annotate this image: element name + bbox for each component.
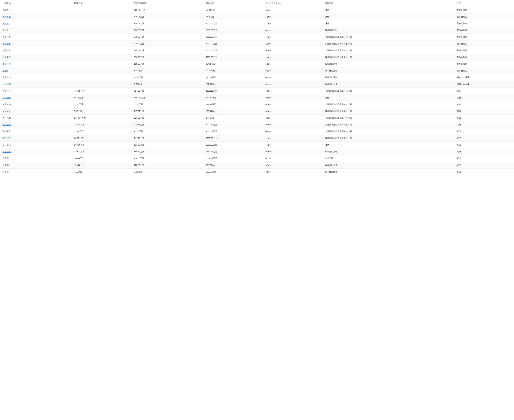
- stock-name-cell[interactable]: 蜂助手: [0, 27, 72, 34]
- pct-cell: 0.76%: [263, 162, 323, 169]
- purpose-cell: 股权激励注销: [323, 81, 454, 88]
- purpose-cell: 实施股权激励或员工持股计划: [323, 128, 454, 135]
- purpose-cell: 实施股权激励或员工持股计划: [323, 135, 454, 142]
- stock-name-cell[interactable]: 英方软件: [0, 135, 72, 142]
- pct-cell: 5.46%: [263, 7, 323, 14]
- pct-cell: 0.95%: [263, 27, 323, 34]
- purpose-cell: 股权激励注销: [323, 68, 454, 74]
- table-row: 科士达7.30万股7.30万股162.50万元0.01%股权激励注销完成: [0, 169, 514, 175]
- table-row: 凯发电气508.26万股4000.00万元1.60%实施股权激励或员工持股计划董…: [0, 54, 514, 61]
- stock-name-cell[interactable]: 科士达: [0, 169, 72, 175]
- progress-cell: 董事会预案: [454, 27, 514, 34]
- stock-name-cell[interactable]: 凯发电气: [0, 54, 72, 61]
- planned-qty-cell: 430.73万股: [132, 40, 203, 47]
- buyback-qty-cell: 11.73万股: [72, 101, 132, 108]
- buyback-qty-cell: 140.37万股: [72, 148, 132, 155]
- pct-cell: 0.01%: [263, 68, 323, 74]
- stock-name-cell[interactable]: 捷捷微电: [0, 148, 72, 155]
- stock-name-cell[interactable]: 九安医疗: [0, 7, 72, 14]
- progress-cell: 完成: [454, 142, 514, 148]
- table-row: 初灵信息159.10万股133.33万股1998.62万元0.72%其他完成: [0, 142, 514, 148]
- planned-qty-cell: 714.29万股: [132, 88, 203, 94]
- planned-qty-cell: 32.20万股: [132, 74, 203, 81]
- amount-cell: 670.08万元: [203, 74, 263, 81]
- stock-name-cell[interactable]: 森鹰窗业: [0, 14, 72, 20]
- col-header-name: 股票名称: [0, 0, 72, 7]
- col-header-planned-qty: 预计回购数量: [132, 0, 203, 7]
- table-row: 全信股份430.73万股6000.00万元1.38%实施股权激励或员工持股计划董…: [0, 40, 514, 47]
- pct-cell: 2.00%: [263, 88, 323, 94]
- stock-name-cell[interactable]: 嘉化能源: [0, 94, 72, 101]
- progress-cell: 董事会预案: [454, 34, 514, 40]
- progress-cell: 完成: [454, 128, 514, 135]
- pct-cell: 0.03%: [263, 74, 323, 81]
- purpose-cell: 实施股权激励或员工持股计划: [323, 54, 454, 61]
- progress-cell: 董事会预案: [454, 40, 514, 47]
- progress-cell: 完成: [454, 115, 514, 121]
- stock-name-cell[interactable]: 法本信息: [0, 47, 72, 54]
- buyback-qty-cell: 129.05万股: [72, 128, 132, 135]
- buyback-qty-cell: [72, 68, 132, 74]
- pct-cell: 0.62%: [263, 115, 323, 121]
- stock-name-cell[interactable]: 全信股份: [0, 40, 72, 47]
- progress-cell: 完成: [454, 155, 514, 162]
- buyback-qty-cell: [72, 47, 132, 54]
- amount-cell: 1712.26万元: [203, 148, 263, 155]
- planned-qty-cell: 2666.67万股: [132, 7, 203, 14]
- purpose-cell: 实施股权激励或员工持股计划: [323, 101, 454, 108]
- table-row: 法本信息299.58万股5000.00万元0.70%实施股权激励或员工持股计划董…: [0, 47, 514, 54]
- progress-cell: 董事会预案: [454, 7, 514, 14]
- table-row: 芯朋微150.69万股8000.00万元1.15%其他董事会预案: [0, 20, 514, 27]
- buyback-qty-cell: [72, 27, 132, 34]
- planned-qty-cell: 7.30万股: [132, 169, 203, 175]
- planned-qty-cell: 299.58万股: [132, 47, 203, 54]
- planned-qty-cell: 123.58万股: [132, 162, 203, 169]
- planned-qty-cell: 273.97万股: [132, 34, 203, 40]
- progress-cell: 股东大会通过: [454, 74, 514, 81]
- progress-cell: 完成: [454, 148, 514, 155]
- amount-cell: 6000.00万元: [203, 40, 263, 47]
- buyback-qty-cell: 283.08万股: [72, 121, 132, 128]
- buyback-qty-cell: 159.10万股: [72, 142, 132, 148]
- buyback-qty-cell: [72, 74, 132, 81]
- buyback-table: 股票名称 回购数量 预计回购数量 回购金额 回购股数占股本比 回购目的 进度 九…: [0, 0, 514, 175]
- pct-cell: 1.15%: [263, 20, 323, 27]
- amount-cell: 2.00亿元: [203, 14, 263, 20]
- col-header-buyback-qty: 回购数量: [72, 0, 132, 7]
- pct-cell: 1.18%: [263, 135, 323, 142]
- table-row: 嘉化能源68.18万股1697.80万股530.20万元0.05%其他实施: [0, 94, 514, 101]
- stock-name-cell[interactable]: 北方华创: [0, 81, 72, 88]
- stock-name-cell[interactable]: 南京公用: [0, 61, 72, 68]
- purpose-cell: 实施股权激励或员工持股计划: [323, 40, 454, 47]
- buyback-qty-cell: 123.58万股: [72, 162, 132, 169]
- table-row: 鲁泰A5.90万股18.61万元0.01%股权激励注销董事会预案: [0, 68, 514, 74]
- amount-cell: 284.87万元: [203, 61, 263, 68]
- planned-qty-cell: 1697.80万股: [132, 94, 203, 101]
- planned-qty-cell: 50.00万股: [132, 101, 203, 108]
- stock-name-cell[interactable]: 中科微至: [0, 128, 72, 135]
- table-row: 蜂助手208.60万股8000.00万元0.95%实施股权激励董事会预案: [0, 27, 514, 34]
- stock-name-cell[interactable]: 鲁泰A: [0, 68, 72, 74]
- progress-cell: 实施: [454, 108, 514, 115]
- purpose-cell: 其他: [323, 7, 454, 14]
- planned-qty-cell: 150.69万股: [132, 20, 203, 27]
- buyback-qty-cell: [72, 14, 132, 20]
- planned-qty-cell: 3.60万股: [132, 81, 203, 88]
- pct-cell: 0.77%: [263, 155, 323, 162]
- buyback-qty-cell: [72, 61, 132, 68]
- stock-name-cell[interactable]: 世纪恒通: [0, 108, 72, 115]
- stock-name-cell[interactable]: 星网锐捷: [0, 121, 72, 128]
- amount-cell: 8000.00万元: [203, 20, 263, 27]
- planned-qty-cell: 508.26万股: [132, 54, 203, 61]
- amount-cell: 1509.71万元: [203, 155, 263, 162]
- stock-name-cell[interactable]: 芯朋微: [0, 20, 72, 27]
- stock-name-cell[interactable]: 力诺特玻: [0, 34, 72, 40]
- stock-name-cell[interactable]: 同惠电子: [0, 162, 72, 169]
- pct-cell: 1.60%: [263, 54, 323, 61]
- purpose-cell: 实施股权激励或员工持股计划: [323, 34, 454, 40]
- amount-cell: 162.50万元: [203, 169, 263, 175]
- stock-name-cell[interactable]: 清水源: [0, 155, 72, 162]
- progress-cell: 完成: [454, 135, 514, 142]
- purpose-cell: 股权激励注销: [323, 74, 454, 81]
- col-header-progress: 进度: [454, 0, 514, 7]
